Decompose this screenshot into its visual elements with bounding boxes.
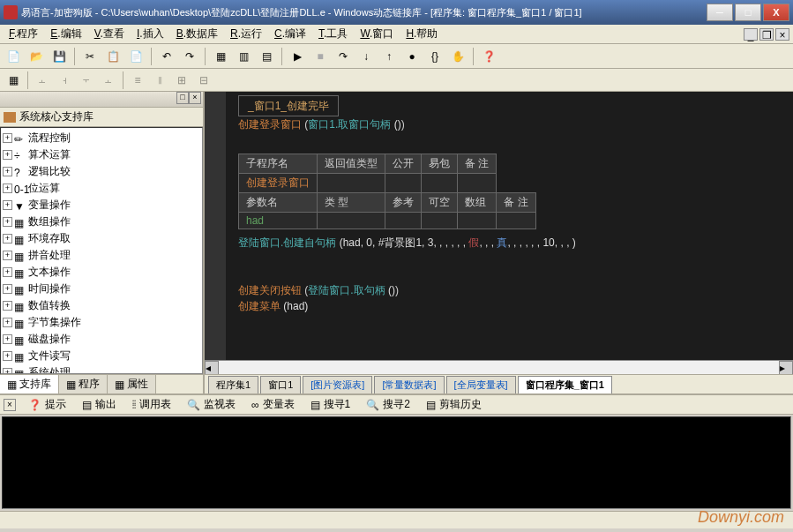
tree-node[interactable]: +▦数组操作 xyxy=(3,214,200,230)
panel-float-button[interactable]: □ xyxy=(176,92,189,104)
align2-icon[interactable]: ⫞ xyxy=(55,71,74,90)
dist1-icon[interactable]: ≡ xyxy=(128,71,147,90)
library-tree[interactable]: +✏流程控制+÷算术运算+?逻辑比较+0-1位运算+▼变量操作+▦数组操作+▦环… xyxy=(0,127,203,374)
step-over-button[interactable]: ↷ xyxy=(333,47,353,66)
tree-node[interactable]: +▦数值转换 xyxy=(3,297,200,314)
output-close-button[interactable]: × xyxy=(4,399,16,411)
align3-icon[interactable]: ⫟ xyxy=(77,71,96,90)
horizontal-scrollbar[interactable]: ◂ ▸ xyxy=(205,360,793,374)
left-tab-2[interactable]: ▦属性 xyxy=(108,375,156,393)
tree-node[interactable]: +▦磁盘操作 xyxy=(3,331,200,348)
tree-expander-icon[interactable]: + xyxy=(3,167,12,176)
tree-expander-icon[interactable]: + xyxy=(3,284,12,294)
minimize-button[interactable]: ─ xyxy=(707,4,733,21)
output-tab-1[interactable]: ▤输出 xyxy=(77,395,122,414)
new-button[interactable]: 📄 xyxy=(4,47,23,66)
run-button[interactable]: ▶ xyxy=(288,47,307,66)
left-tab-0[interactable]: ▦支持库 xyxy=(0,375,59,393)
output-panel[interactable] xyxy=(2,416,791,509)
tree-expander-icon[interactable]: + xyxy=(3,217,12,227)
editor-tab-4[interactable]: [全局变量表] xyxy=(446,376,516,393)
tree-node[interactable]: +▦文件读写 xyxy=(3,348,200,364)
save-button[interactable]: 💾 xyxy=(49,47,69,66)
tree-node[interactable]: +?逻辑比较 xyxy=(3,163,200,180)
left-tab-1[interactable]: ▦程序 xyxy=(59,375,108,393)
tree-expander-icon[interactable]: + xyxy=(3,334,12,344)
mdi-minimize[interactable]: _ xyxy=(744,28,758,41)
procedure-header[interactable]: _窗口1_创建完毕 xyxy=(238,95,339,116)
brackets-button[interactable]: {} xyxy=(425,47,445,66)
mdi-close[interactable]: × xyxy=(775,28,789,41)
redo-button[interactable]: ↷ xyxy=(180,47,199,66)
tree-expander-icon[interactable]: + xyxy=(3,150,12,160)
scroll-left-button[interactable]: ◂ xyxy=(205,361,219,375)
help-button[interactable]: ❓ xyxy=(479,47,498,66)
menu-r[interactable]: R.运行 xyxy=(225,25,267,43)
menu-t[interactable]: T.工具 xyxy=(313,25,353,43)
tree-node[interactable]: +▦时间操作 xyxy=(3,281,200,297)
output-tab-6[interactable]: 🔍搜寻2 xyxy=(361,395,415,414)
tree-node[interactable]: +▦拼音处理 xyxy=(3,247,200,264)
tree-expander-icon[interactable]: + xyxy=(3,133,12,143)
editor-tab-2[interactable]: [图片资源表] xyxy=(303,376,372,393)
menu-b[interactable]: B.数据库 xyxy=(171,25,223,43)
tree-expander-icon[interactable]: + xyxy=(3,251,12,260)
step-into-button[interactable]: ↓ xyxy=(356,47,376,66)
editor-tab-3[interactable]: [常量数据表] xyxy=(374,376,444,393)
tree-expander-icon[interactable]: + xyxy=(3,267,12,277)
tree-node[interactable]: +▦环境存取 xyxy=(3,230,200,247)
panel1-button[interactable]: ▦ xyxy=(211,47,230,66)
tree-node[interactable]: +▦文本操作 xyxy=(3,264,200,281)
menu-w[interactable]: W.窗口 xyxy=(355,25,399,43)
hand-button[interactable]: ✋ xyxy=(448,47,468,66)
tree-node[interactable]: +0-1位运算 xyxy=(3,180,200,197)
editor-tab-5[interactable]: 窗口程序集_窗口1 xyxy=(518,376,612,393)
tree-node[interactable]: +÷算术运算 xyxy=(3,146,200,163)
subroutine-table[interactable]: 子程序名返回值类型公开易包备 注 创建登录窗口 参数名类 型参考可空数组备 注 … xyxy=(238,154,536,229)
align4-icon[interactable]: ⫠ xyxy=(99,71,118,90)
step-out-button[interactable]: ↑ xyxy=(379,47,399,66)
panel-close-button[interactable]: × xyxy=(189,92,201,104)
tree-expander-icon[interactable]: + xyxy=(3,184,12,193)
menu-h[interactable]: H.帮助 xyxy=(400,25,443,43)
tree-expander-icon[interactable]: + xyxy=(3,318,12,327)
panel3-button[interactable]: ▤ xyxy=(257,47,276,66)
output-tab-5[interactable]: ▤搜寻1 xyxy=(305,395,356,414)
menu-e[interactable]: E.编辑 xyxy=(45,25,86,43)
paste-button[interactable]: 📄 xyxy=(126,47,146,66)
panel2-button[interactable]: ▥ xyxy=(234,47,253,66)
tree-node[interactable]: +▦系统处理 xyxy=(3,364,200,374)
tree-expander-icon[interactable]: + xyxy=(3,234,12,244)
menu-v[interactable]: V.查看 xyxy=(89,25,130,43)
tree-node[interactable]: +✏流程控制 xyxy=(3,130,200,146)
output-tab-3[interactable]: 🔍监视表 xyxy=(182,395,241,414)
undo-button[interactable]: ↶ xyxy=(157,47,176,66)
grid-icon[interactable]: ▦ xyxy=(4,71,23,90)
menu-i[interactable]: I.插入 xyxy=(131,25,169,43)
cut-button[interactable]: ✂ xyxy=(80,47,100,66)
breakpoint-button[interactable]: ● xyxy=(402,47,422,66)
code-editor[interactable]: _窗口1_创建完毕 创建登录窗口 (窗口1.取窗口句柄 ()) 子程序名返回值类… xyxy=(205,92,793,360)
tree-node[interactable]: +▦字节集操作 xyxy=(3,314,200,331)
output-tab-4[interactable]: ∞变量表 xyxy=(246,395,300,414)
tree-node[interactable]: +▼变量操作 xyxy=(3,197,200,214)
editor-tab-1[interactable]: 窗口1 xyxy=(260,376,301,393)
maximize-button[interactable]: □ xyxy=(735,4,761,21)
output-tab-0[interactable]: ❓提示 xyxy=(23,395,71,414)
mdi-restore[interactable]: ❐ xyxy=(759,28,774,41)
menu-c[interactable]: C.编译 xyxy=(269,25,311,43)
output-tab-2[interactable]: ⦙⦙调用表 xyxy=(127,395,176,414)
tree-expander-icon[interactable]: + xyxy=(3,301,12,311)
close-button[interactable]: X xyxy=(763,4,789,21)
scroll-right-button[interactable]: ▸ xyxy=(779,361,793,375)
tree-expander-icon[interactable]: + xyxy=(3,368,12,374)
tree-expander-icon[interactable]: + xyxy=(3,351,12,361)
stop-button[interactable]: ■ xyxy=(310,47,330,66)
editor-tab-0[interactable]: 程序集1 xyxy=(208,376,258,393)
open-button[interactable]: 📂 xyxy=(26,47,46,66)
dist3-icon[interactable]: ⊞ xyxy=(172,71,191,90)
align1-icon[interactable]: ⫠ xyxy=(33,71,52,90)
output-tab-7[interactable]: ▤剪辑历史 xyxy=(421,395,487,414)
copy-button[interactable]: 📋 xyxy=(103,47,123,66)
dist2-icon[interactable]: ⦀ xyxy=(150,71,169,90)
